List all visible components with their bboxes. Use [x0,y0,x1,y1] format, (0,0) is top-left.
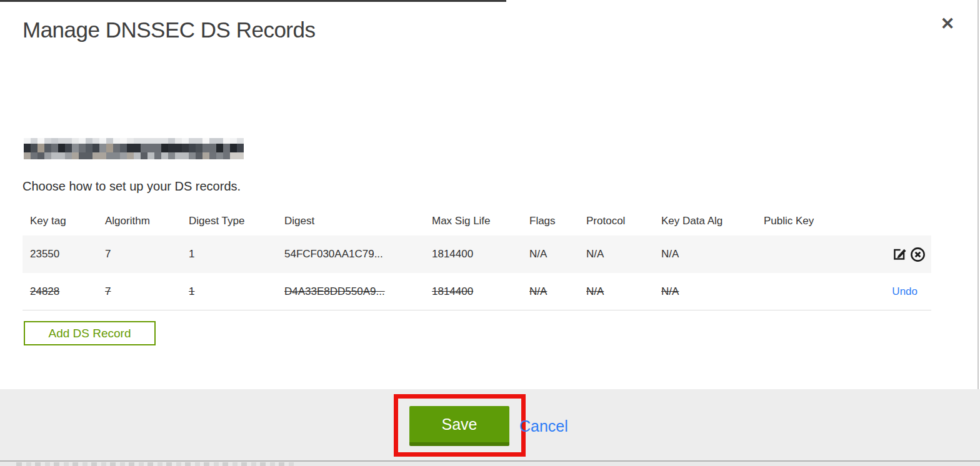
column-header-max-sig-life: Max Sig Life [432,215,529,227]
table-row-deleted: 24828 7 1 D4A33E8DD550A9... 1814400 N/A … [22,273,931,310]
cell-key-data-alg: N/A [661,248,764,260]
cell-key-data-alg: N/A [661,285,764,298]
cell-digest-type: 1 [189,285,284,298]
cut-off-content-artifact [16,462,294,466]
cell-key-tag: 23550 [30,248,105,260]
cell-protocol: N/A [586,285,661,298]
row-actions [858,246,931,263]
column-header-key-tag: Key tag [30,215,105,227]
cell-max-sig-life: 1814400 [432,248,529,260]
cell-max-sig-life: 1814400 [432,285,529,298]
cell-flags: N/A [529,248,586,260]
column-header-public-key: Public Key [764,215,858,227]
ds-records-table: Key tag Algorithm Digest Type Digest Max… [22,207,931,310]
save-button[interactable]: Save [409,406,509,446]
column-header-protocol: Protocol [586,215,661,227]
column-header-digest-type: Digest Type [189,215,284,227]
column-header-algorithm: Algorithm [105,215,189,227]
table-header-row: Key tag Algorithm Digest Type Digest Max… [22,207,931,235]
edit-record-icon[interactable] [891,246,908,263]
cell-flags: N/A [529,285,586,298]
cell-digest: D4A33E8DD550A9... [284,285,432,298]
cancel-link[interactable]: Cancel [519,417,568,435]
cell-digest: 54FCF030AA1C79... [284,248,432,260]
add-ds-record-button[interactable]: Add DS Record [24,321,156,345]
redacted-domain-name [24,138,244,159]
page-title: Manage DNSSEC DS Records [22,17,315,42]
intro-text: Choose how to set up your DS records. [22,179,241,194]
cell-algorithm: 7 [105,248,189,260]
table-row-active: 23550 7 1 54FCF030AA1C79... 1814400 N/A … [22,235,931,273]
column-header-digest: Digest [284,215,432,227]
cell-key-tag: 24828 [30,285,105,298]
row-actions: Undo [858,285,931,298]
cell-digest-type: 1 [189,248,284,260]
cell-protocol: N/A [586,248,661,260]
cell-algorithm: 7 [105,285,189,298]
dnssec-dialog: Manage DNSSEC DS Records ✕ Choose how to… [0,0,980,466]
undo-link[interactable]: Undo [892,285,926,298]
mosaic-row [24,152,244,159]
mosaic-row [24,144,244,152]
column-header-flags: Flags [529,215,586,227]
delete-record-icon[interactable] [909,246,926,263]
mosaic-row [24,138,244,144]
close-icon[interactable]: ✕ [936,12,959,35]
column-header-key-data-alg: Key Data Alg [661,215,764,227]
screenshot-top-edge [0,0,506,2]
